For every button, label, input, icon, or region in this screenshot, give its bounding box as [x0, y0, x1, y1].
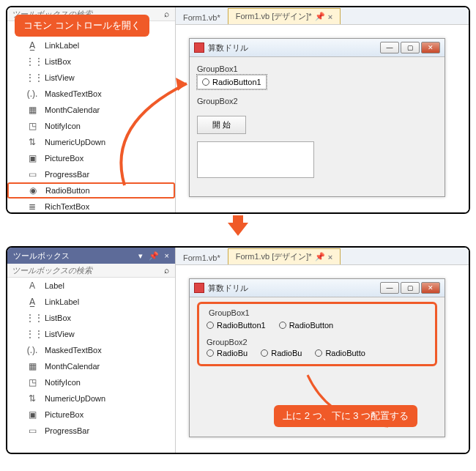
designer-surface[interactable]: 算数ドリル — ▢ ✕ GroupBox1 RadioButton1 — [176, 265, 469, 453]
toolbox-item-text: ListBox — [45, 314, 71, 322]
toolbox-search-row: ⌕ — [7, 264, 175, 278]
toolbox-item-label[interactable]: ALabel — [7, 278, 175, 294]
tab-form-design[interactable]: Form1.vb [デザイン]* 📌 × — [228, 248, 341, 264]
maximize-button[interactable]: ▢ — [401, 42, 420, 53]
toolbox-item-progressbar[interactable]: ▭ProgressBar — [7, 423, 175, 439]
notifyicon-icon: ◳ — [26, 377, 39, 387]
arrow-down-annotation — [0, 220, 476, 240]
numericupdown-icon: ⇅ — [26, 393, 39, 404]
pin-icon[interactable]: 📌 — [315, 12, 325, 21]
toolbox-item-linklabel[interactable]: A̲LinkLabel — [7, 294, 175, 310]
maskedtextbox-icon: (.). — [26, 89, 39, 99]
radiobutton-control[interactable]: RadioButton — [279, 321, 334, 330]
listview-icon: ⋮⋮ — [26, 329, 39, 339]
toolbox-list: ALabel A̲LinkLabel ⋮⋮ListBox ⋮⋮ListView … — [7, 278, 175, 453]
groupbox2-label: GroupBox2 — [207, 338, 428, 346]
maximize-button[interactable]: ▢ — [401, 282, 420, 294]
designer-pane: Form1.vb* Form1.vb [デザイン]* 📌 × 算数ドリル — ▢… — [176, 248, 469, 453]
toolbox-item-numericupdown[interactable]: ⇅NumericUpDown — [7, 390, 175, 407]
radiobutton-control[interactable]: RadioButton1 — [207, 321, 266, 330]
toolbox-item-listbox[interactable]: ⋮⋮ListBox — [7, 310, 175, 326]
toolbox-pane: ⌕ ALabel A̲LinkLabel ⋮⋮ListBox ⋮⋮ListVie… — [7, 7, 176, 212]
toolbox-item-listbox[interactable]: ⋮⋮ListBox — [7, 53, 175, 70]
toolbox-item-picturebox[interactable]: ▣PictureBox — [7, 407, 175, 423]
linklabel-icon: A̲ — [26, 40, 39, 51]
designer-surface[interactable]: 算数ドリル — ▢ ✕ GroupBox1 RadioButton1 Group… — [176, 25, 469, 212]
minimize-button[interactable]: — — [380, 42, 399, 53]
radiobutton1-text: RadioButton1 — [212, 78, 261, 86]
toolbox-item-text: MonthCalendar — [45, 362, 100, 371]
toolbox-item-notifyicon[interactable]: ◳NotifyIcon — [7, 118, 175, 134]
radio-text: RadioBu — [217, 349, 248, 357]
form-window[interactable]: 算数ドリル — ▢ ✕ GroupBox1 RadioButton1 Group… — [189, 38, 445, 197]
pin-icon[interactable]: 📌 — [315, 252, 325, 262]
radiobutton-control[interactable]: RadioBu — [261, 349, 302, 357]
radio-icon — [207, 322, 214, 329]
toolbox-item-maskedtextbox[interactable]: (.).MaskedTextBox — [7, 86, 175, 102]
toolbox-item-text: NumericUpDown — [45, 394, 105, 403]
close-icon[interactable]: × — [165, 251, 169, 261]
form-app-icon — [194, 283, 204, 293]
radiobutton-control[interactable]: RadioBu — [207, 349, 248, 357]
radiobutton-icon: ◉ — [26, 185, 40, 196]
tab-label: Form1.vb* — [183, 253, 220, 262]
textbox-control[interactable] — [197, 141, 314, 178]
close-icon[interactable]: × — [328, 12, 332, 21]
close-button[interactable]: ✕ — [421, 42, 440, 53]
toolbox-item-linklabel[interactable]: A̲LinkLabel — [7, 37, 175, 53]
toolbox-item-text: PictureBox — [45, 410, 83, 419]
toolbox-item-progressbar[interactable]: ▭ProgressBar — [7, 166, 175, 182]
toolbox-item-notifyicon[interactable]: ◳NotifyIcon — [7, 374, 175, 390]
radio-text: RadioButton1 — [217, 321, 266, 330]
toolbox-item-text: ListBox — [45, 57, 71, 66]
toolbox-item-listview[interactable]: ⋮⋮ListView — [7, 70, 175, 86]
radio-text: RadioBu — [271, 349, 302, 357]
toolbox-search-button[interactable]: ⌕ — [157, 7, 175, 21]
radiobutton-group-highlight: GroupBox1 RadioButton1 RadioButton Group… — [197, 302, 437, 366]
listbox-icon: ⋮⋮ — [26, 56, 39, 67]
close-button[interactable]: ✕ — [421, 282, 440, 294]
toolbox-search-input[interactable] — [7, 264, 157, 277]
monthcalendar-icon: ▦ — [26, 105, 39, 115]
numericupdown-icon: ⇅ — [26, 137, 39, 147]
toolbox-item-text: MaskedTextBox — [45, 89, 102, 98]
maskedtextbox-icon: (.). — [26, 345, 39, 355]
toolbox-item-listview[interactable]: ⋮⋮ListView — [7, 326, 175, 342]
close-icon[interactable]: × — [328, 253, 332, 262]
form-titlebar: 算数ドリル — ▢ ✕ — [190, 39, 445, 57]
toolbox-titlebar: ツールボックス ▾ 📌 × — [7, 248, 175, 264]
form-body[interactable]: GroupBox1 RadioButton1 GroupBox2 開 始 — [190, 57, 445, 196]
toolbox-item-text: RichTextBox — [45, 202, 89, 211]
listview-icon: ⋮⋮ — [26, 73, 39, 83]
start-button[interactable]: 開 始 — [197, 116, 246, 134]
tab-form-design[interactable]: Form1.vb [デザイン]* 📌 × — [228, 8, 341, 24]
toolbox-item-maskedtextbox[interactable]: (.).MaskedTextBox — [7, 342, 175, 358]
toolbox-item-numericupdown[interactable]: ⇅NumericUpDown — [7, 134, 175, 150]
toolbox-item-text: ProgressBar — [45, 170, 89, 179]
arrow-down-icon — [228, 223, 248, 236]
toolbox-item-text: ProgressBar — [45, 426, 89, 435]
toolbox-item-text: LinkLabel — [45, 41, 79, 50]
document-tabs: Form1.vb* Form1.vb [デザイン]* 📌 × — [176, 7, 469, 25]
toolbox-item-radiobutton[interactable]: ◉RadioButton — [7, 182, 175, 199]
tab-form-code[interactable]: Form1.vb* — [176, 11, 228, 24]
toolbox-item-text: RadioButton — [45, 186, 90, 195]
toolbox-item-monthcalendar[interactable]: ▦MonthCalendar — [7, 102, 175, 118]
radiobutton-control[interactable]: RadioButto — [315, 349, 365, 357]
toolbox-item-picturebox[interactable]: ▣PictureBox — [7, 150, 175, 166]
linklabel-icon: A̲ — [26, 297, 39, 307]
toolbox-item-monthcalendar[interactable]: ▦MonthCalendar — [7, 358, 175, 374]
tab-label: Form1.vb [デザイン]* — [236, 11, 312, 22]
radiobutton1-control[interactable]: RadioButton1 — [197, 75, 267, 89]
pin-icon[interactable]: 📌 — [149, 251, 159, 261]
tab-form-code[interactable]: Form1.vb* — [176, 251, 228, 264]
dropdown-icon[interactable]: ▾ — [138, 251, 143, 261]
minimize-button[interactable]: — — [380, 282, 399, 294]
designer-pane: Form1.vb* Form1.vb [デザイン]* 📌 × 算数ドリル — ▢… — [176, 7, 469, 212]
document-tabs: Form1.vb* Form1.vb [デザイン]* 📌 × — [176, 248, 469, 265]
radio-icon — [279, 322, 286, 329]
toolbox-item-richtextbox[interactable]: ≣RichTextBox — [7, 199, 175, 212]
radio-text: RadioButto — [325, 349, 365, 357]
toolbox-search-button[interactable]: ⌕ — [157, 264, 175, 277]
toolbox-item-text: NotifyIcon — [45, 122, 81, 130]
